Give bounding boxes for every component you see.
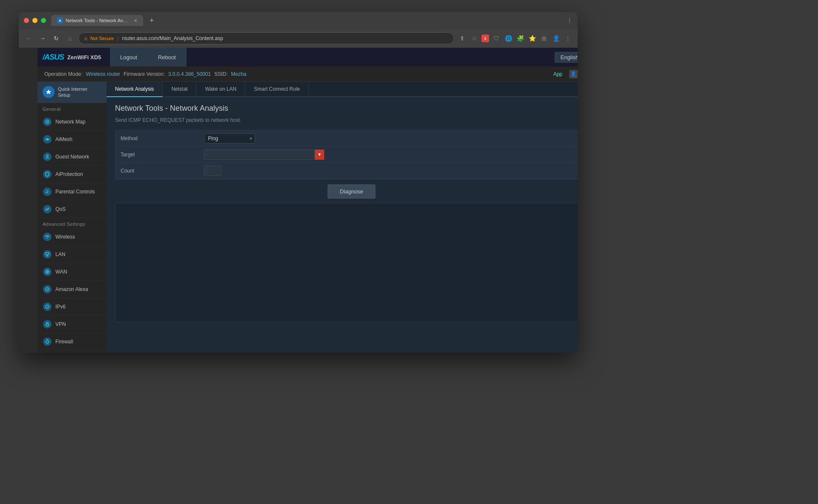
app-link[interactable]: App: [553, 71, 562, 77]
bookmark-icon[interactable]: ☆: [469, 34, 479, 43]
tab-network-analysis[interactable]: Network Analysis: [107, 82, 163, 97]
traffic-lights: [24, 18, 46, 23]
grid-icon[interactable]: ⊞: [539, 34, 549, 43]
star-icon[interactable]: ⭐: [527, 34, 537, 43]
firmware-link[interactable]: 3.0.0.4.386_50001: [168, 71, 211, 77]
tab-close-icon[interactable]: ✕: [134, 18, 137, 23]
quick-setup-icon: [43, 86, 55, 98]
sidebar-item-ipv6[interactable]: 6 IPv6: [37, 298, 107, 316]
aiprotection-icon: [43, 170, 52, 179]
sidebar-item-amazon-alexa[interactable]: Amazon Alexa: [37, 281, 107, 298]
svg-point-2: [47, 138, 48, 140]
not-secure-label: Not Secure: [90, 36, 114, 41]
sidebar-item-guest-network[interactable]: Guest Network: [37, 148, 107, 166]
share-icon[interactable]: ⬆: [458, 34, 467, 43]
sidebar-item-vpn[interactable]: VPN: [37, 316, 107, 333]
addressbar: ← → ↻ ⌂ ⚠ Not Secure | router.asus.com/M…: [19, 29, 578, 48]
count-input[interactable]: [204, 166, 221, 176]
ssid-label: SSID:: [214, 71, 228, 77]
content-area: Network Analysis Netstat Wake on LAN Sma…: [107, 82, 578, 353]
browser-window: A Network Tools - Network Analy... ✕ + ⋮…: [19, 12, 578, 353]
reload-button[interactable]: ↻: [51, 33, 61, 43]
sidebar-item-lan[interactable]: LAN: [37, 246, 107, 263]
amazon-alexa-label: Amazon Alexa: [55, 286, 88, 292]
svg-point-5: [48, 191, 49, 192]
shield-icon[interactable]: 🛡: [492, 34, 501, 43]
language-label: English: [560, 54, 578, 60]
url-bar[interactable]: ⚠ Not Secure | router.asus.com/Main_Anal…: [78, 32, 454, 44]
svg-point-3: [46, 155, 48, 157]
qos-label: QoS: [55, 206, 66, 212]
vpn-label: VPN: [55, 321, 66, 327]
sidebar: Quick Internet Setup General Network Map: [37, 82, 107, 353]
sidebar-item-aimesh[interactable]: AiMesh: [37, 131, 107, 148]
ipv6-icon: 6: [43, 302, 52, 311]
method-value: Ping Traceroute NSLookup: [201, 131, 578, 146]
page-content: Network Tools - Network Analysis Send IC…: [107, 97, 578, 353]
close-button[interactable]: [24, 18, 29, 23]
extension-icon-1[interactable]: 1: [481, 35, 489, 42]
back-button[interactable]: ←: [24, 33, 34, 43]
maximize-button[interactable]: [41, 18, 46, 23]
method-select[interactable]: Ping Traceroute NSLookup: [204, 133, 255, 144]
page-title: Network Tools - Network Analysis: [115, 104, 578, 113]
language-selector[interactable]: English ▼: [555, 52, 578, 63]
sidebar-item-network-map[interactable]: Network Map: [37, 113, 107, 131]
quick-setup-label: Quick Internet Setup: [58, 86, 87, 98]
target-input[interactable]: [204, 150, 315, 160]
quick-setup-item[interactable]: Quick Internet Setup: [37, 82, 107, 103]
svg-rect-12: [46, 324, 49, 326]
sidebar-item-wireless[interactable]: Wireless: [37, 228, 107, 246]
guest-network-label: Guest Network: [55, 154, 89, 160]
puzzle-icon[interactable]: 🧩: [516, 34, 525, 43]
operation-mode-link[interactable]: Wireless router: [86, 71, 120, 77]
profile-icon[interactable]: 👤: [551, 34, 561, 43]
router-logo: /ASUS ZenWiFi XD5: [37, 48, 107, 66]
sidebar-item-administration[interactable]: Administration: [37, 351, 107, 353]
method-label: Method: [115, 132, 201, 145]
wan-label: WAN: [55, 269, 67, 275]
operation-mode-label: Operation Mode:: [44, 71, 82, 77]
sidebar-item-aiprotection[interactable]: AiProtection: [37, 166, 107, 183]
svg-point-4: [46, 190, 48, 191]
asus-brand: /ASUS: [43, 53, 64, 62]
parental-controls-icon: [43, 187, 52, 196]
sidebar-item-wan[interactable]: WAN: [37, 263, 107, 281]
toolbar-icons: ⬆ ☆ 1 🛡 🌐 🧩 ⭐ ⊞ 👤 ⋮: [458, 34, 573, 43]
wan-icon: [43, 267, 52, 276]
forward-button[interactable]: →: [37, 33, 48, 43]
titlebar: A Network Tools - Network Analy... ✕ + ⋮: [19, 12, 578, 29]
globe-icon[interactable]: 🌐: [504, 34, 513, 43]
new-tab-button[interactable]: +: [147, 15, 157, 26]
ssid-link[interactable]: Mezha: [231, 71, 246, 77]
tab-netstat[interactable]: Netstat: [163, 82, 196, 96]
output-textarea[interactable]: [115, 203, 578, 322]
wireless-icon: [43, 232, 52, 242]
not-secure-icon: ⚠: [84, 36, 88, 41]
sidebar-item-qos[interactable]: QoS: [37, 201, 107, 218]
window-menu-icon[interactable]: ⋮: [567, 17, 573, 24]
sidebar-item-firewall[interactable]: Firewall: [37, 333, 107, 351]
main-layout: Quick Internet Setup General Network Map: [37, 82, 578, 353]
minimize-button[interactable]: [32, 18, 37, 23]
count-value: [201, 163, 578, 179]
page-description: Send ICMP ECHO_REQUEST packets to networ…: [115, 117, 578, 123]
aimesh-icon: [43, 135, 52, 144]
svg-point-1: [47, 121, 48, 122]
target-row: Target ▼: [115, 147, 578, 163]
firmware-label: Firmware Version:: [124, 71, 165, 77]
tab-smart-connect-rule[interactable]: Smart Connect Rule: [245, 82, 309, 96]
menu-icon[interactable]: ⋮: [563, 34, 573, 43]
tab-title: Network Tools - Network Analy...: [66, 18, 130, 23]
logout-button[interactable]: Logout: [110, 48, 148, 66]
sidebar-item-parental-controls[interactable]: Parental Controls: [37, 183, 107, 201]
home-button[interactable]: ⌂: [65, 33, 75, 43]
window-controls: ⋮: [567, 17, 573, 24]
tab-favicon: A: [57, 17, 63, 23]
target-dropdown-button[interactable]: ▼: [315, 150, 324, 160]
reboot-button[interactable]: Reboot: [148, 48, 187, 66]
active-tab[interactable]: A Network Tools - Network Analy... ✕: [51, 15, 143, 26]
tab-wake-on-lan[interactable]: Wake on LAN: [196, 82, 245, 96]
diagnose-button[interactable]: Diagnose: [328, 184, 376, 199]
aimesh-label: AiMesh: [55, 136, 72, 142]
